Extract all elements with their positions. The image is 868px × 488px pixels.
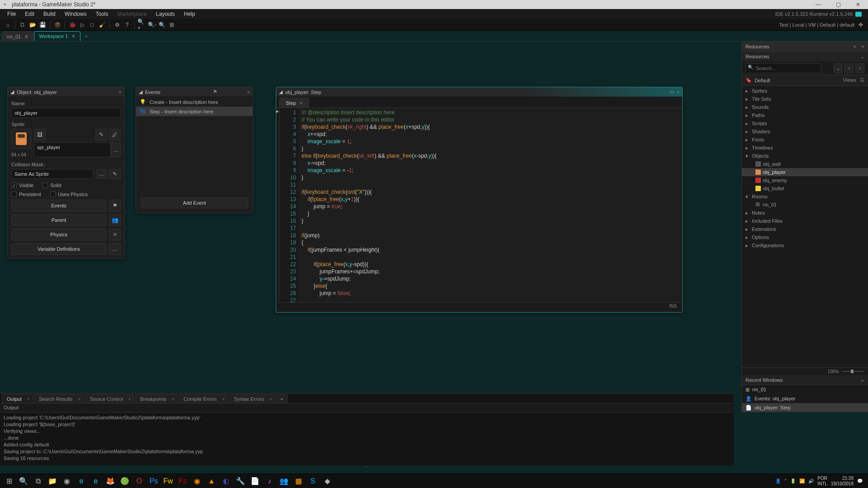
- close-icon[interactable]: ×: [119, 89, 122, 95]
- tray-people-icon[interactable]: 👤: [775, 479, 781, 483]
- game-options-button[interactable]: ⚙: [113, 20, 122, 29]
- tray-wifi-icon[interactable]: 📶: [799, 479, 805, 483]
- add-tab-icon[interactable]: +: [859, 44, 864, 49]
- menu-marketplace[interactable]: Marketplace: [113, 9, 151, 19]
- event-item[interactable]: 👣Step - Insert description here: [136, 107, 253, 116]
- tree-item[interactable]: obj_enemy: [742, 176, 868, 184]
- tree-folder[interactable]: ▸Extensions: [742, 225, 868, 233]
- chevron-down-icon[interactable]: ⌄: [860, 54, 864, 60]
- add-event-button[interactable]: Add Event: [141, 197, 248, 208]
- sprite-preview[interactable]: [11, 129, 31, 149]
- resources-tab[interactable]: Resources × +: [742, 42, 868, 52]
- physics-icon[interactable]: ⚛: [109, 229, 121, 240]
- output-tab[interactable]: Source Control×: [85, 394, 134, 403]
- file-explorer-icon[interactable]: 📁: [45, 475, 60, 488]
- maximize-icon[interactable]: ▭: [670, 89, 674, 95]
- search-next-button[interactable]: ›: [855, 63, 864, 73]
- mask-edit-button[interactable]: ✎: [109, 169, 121, 179]
- filezilla-icon[interactable]: Fz: [175, 475, 190, 488]
- add-output-tab[interactable]: +: [276, 394, 287, 403]
- help-button[interactable]: ?: [123, 20, 132, 29]
- target-string[interactable]: Test | Local | VM | Default | default: [779, 22, 856, 28]
- events-button[interactable]: Events: [11, 200, 106, 211]
- object-name-input[interactable]: [11, 108, 121, 118]
- close-icon[interactable]: ×: [677, 89, 679, 95]
- run-button[interactable]: ▷: [78, 20, 87, 29]
- zoom-out-button[interactable]: 🔍-: [147, 20, 156, 29]
- eclipse-icon[interactable]: ◐: [219, 475, 233, 488]
- itunes-icon[interactable]: ♪: [262, 475, 277, 488]
- tree-folder[interactable]: ▸Fonts: [742, 136, 868, 144]
- panel-collapse-icon[interactable]: ◢: [10, 89, 14, 95]
- uses-physics-checkbox[interactable]: Uses Physics: [50, 192, 88, 197]
- fold-gutter[interactable]: ▸: [276, 108, 280, 302]
- close-icon[interactable]: ×: [247, 89, 250, 95]
- code-text-area[interactable]: /// @description Insert description here…: [299, 108, 682, 302]
- app2-icon[interactable]: 🔧: [233, 475, 248, 488]
- search-icon[interactable]: 🔍: [16, 475, 31, 488]
- blender-icon[interactable]: ▲: [204, 475, 219, 488]
- clean-button[interactable]: 🧹: [98, 20, 107, 29]
- panel-collapse-icon[interactable]: ◢: [139, 89, 142, 95]
- photoshop-icon[interactable]: Ps: [146, 475, 161, 488]
- clock-time[interactable]: 21:28: [831, 476, 854, 481]
- edit-sprite-button[interactable]: ✎: [95, 129, 107, 141]
- tree-folder[interactable]: ▸Included Files: [742, 217, 868, 225]
- events-flag-icon[interactable]: ⚑: [213, 89, 217, 95]
- home-button[interactable]: ⌂: [3, 20, 12, 29]
- recent-windows-header[interactable]: Recent Windows ⌄: [742, 375, 868, 385]
- package-button[interactable]: 📦: [53, 20, 62, 29]
- bookmark-icon[interactable]: 🔖: [745, 77, 752, 83]
- tab-room[interactable]: rm_01 ×: [2, 31, 33, 41]
- tray-volume-icon[interactable]: 🔊: [808, 479, 814, 483]
- tree-item[interactable]: obj_player: [742, 168, 868, 176]
- close-icon[interactable]: ×: [71, 33, 75, 40]
- vardef-button[interactable]: Variable Definitions: [11, 243, 106, 255]
- parent-icon[interactable]: 👥: [109, 214, 121, 226]
- tree-folder[interactable]: ▸Shaders: [742, 127, 868, 136]
- tray-notifications-icon[interactable]: 💬: [857, 479, 863, 483]
- tray-battery-icon[interactable]: 🔋: [790, 479, 796, 483]
- output-content[interactable]: Loading project 'C:\Users\Gui\Documents\…: [0, 413, 734, 464]
- lang2-label[interactable]: INTL: [817, 481, 827, 487]
- tree-folder[interactable]: ▸Paths: [742, 111, 868, 119]
- opera-icon[interactable]: O: [132, 475, 146, 488]
- search-prev-button[interactable]: ‹: [844, 63, 854, 73]
- fireworks-icon[interactable]: Fw: [161, 475, 175, 488]
- zoom-in-button[interactable]: 🔍+: [137, 20, 146, 29]
- minimize-button[interactable]: ―: [808, 0, 828, 9]
- ie-icon[interactable]: e: [74, 475, 89, 488]
- visible-checkbox[interactable]: Visible: [11, 183, 33, 188]
- new-sprite-button[interactable]: 🖼: [34, 129, 46, 141]
- code-editor[interactable]: ▸ 12345678910111213141516171819202122232…: [276, 108, 682, 302]
- tab-workspace-1[interactable]: Workspace 1 ×: [34, 31, 80, 41]
- tree-folder[interactable]: ▸Scripts: [742, 119, 868, 127]
- chevron-down-icon[interactable]: ⌄: [860, 377, 864, 383]
- layout-toggle-button[interactable]: ⊞: [167, 20, 176, 29]
- output-tab[interactable]: Syntax Errors×: [229, 394, 275, 403]
- tree-folder[interactable]: ▾Rooms: [742, 192, 868, 201]
- close-icon[interactable]: ×: [853, 44, 856, 49]
- tree-folder[interactable]: ▸Configurations: [742, 241, 868, 249]
- menu-tools[interactable]: Tools: [91, 9, 113, 19]
- new-project-button[interactable]: 🗋: [18, 20, 27, 29]
- sublime-icon[interactable]: ▦: [291, 475, 306, 488]
- solid-checkbox[interactable]: Solid: [42, 183, 61, 188]
- code-tab-step[interactable]: Step ×: [279, 98, 309, 108]
- output-tab[interactable]: Breakpoints×: [135, 394, 178, 403]
- app-icon[interactable]: ◉: [190, 475, 204, 488]
- persistent-checkbox[interactable]: Persistent: [11, 192, 41, 197]
- panel-collapse-icon[interactable]: ◢: [279, 89, 283, 95]
- maximize-button[interactable]: ▢: [828, 0, 848, 9]
- tree-folder[interactable]: ▸Notes: [742, 209, 868, 217]
- recent-window-item[interactable]: 👤Events: obj_player: [742, 394, 868, 403]
- start-button[interactable]: ⊞: [2, 475, 16, 488]
- steam-icon[interactable]: ◉: [60, 475, 74, 488]
- add-workspace-tab[interactable]: +: [81, 31, 91, 41]
- resources-tree[interactable]: ▸Sprites▸Tile Sets▸Sounds▸Paths▸Scripts▸…: [742, 86, 868, 367]
- menu-build[interactable]: Build: [39, 9, 60, 19]
- output-tab[interactable]: Output×: [2, 394, 33, 403]
- recent-window-item[interactable]: ⊞rm_01: [742, 385, 868, 394]
- notification-icon[interactable]: [855, 12, 862, 17]
- debug-button[interactable]: 🐞: [68, 20, 77, 29]
